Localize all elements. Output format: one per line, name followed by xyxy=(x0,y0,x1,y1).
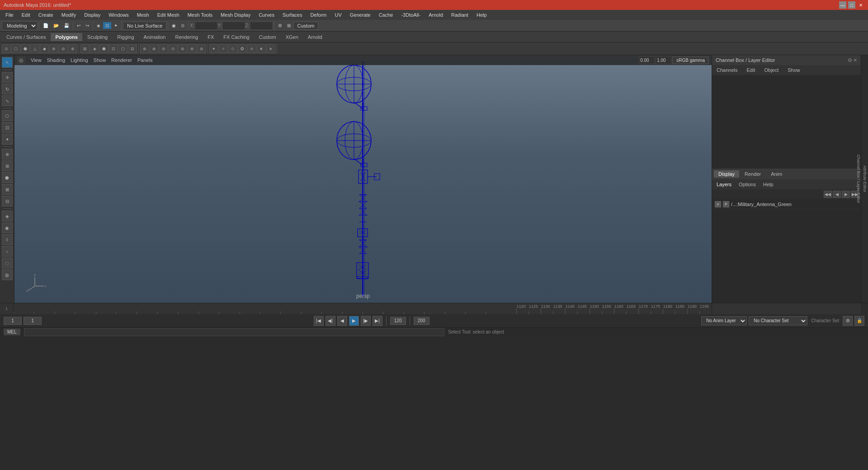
close-button[interactable]: ✕ xyxy=(857,1,864,9)
help-tab[interactable]: Help xyxy=(760,181,776,188)
no-live-surface-button[interactable]: No Live Surface xyxy=(123,22,166,30)
bevel[interactable]: ⬟ xyxy=(2,172,13,183)
max-frame-input[interactable] xyxy=(414,317,429,325)
command-input[interactable] xyxy=(24,328,445,336)
loop-cut[interactable]: ⊕ xyxy=(2,149,13,160)
paint-tool-icon[interactable]: ✦ xyxy=(112,22,120,29)
menu-arnold[interactable]: Arnold xyxy=(425,11,447,19)
menu-curves[interactable]: Curves xyxy=(255,11,278,19)
tab-animation[interactable]: Animation xyxy=(139,33,170,41)
menu-mesh-display[interactable]: Mesh Display xyxy=(217,11,254,19)
menu-modify[interactable]: Modify xyxy=(58,11,80,19)
channel-box-label[interactable]: Channel Box / Layer Editor xyxy=(855,151,862,207)
display-settings-icon[interactable]: ⚙ xyxy=(276,22,284,29)
ipr-render-icon[interactable]: ⊙ xyxy=(179,22,187,29)
snap-settings-icon[interactable]: ⊞ xyxy=(285,22,293,29)
sub-tool-27[interactable]: ✭ xyxy=(266,44,275,53)
play-forward-btn[interactable]: ▶ xyxy=(349,316,359,326)
sub-tool-4[interactable]: △ xyxy=(30,44,39,53)
sub-tool-13[interactable]: ⬠ xyxy=(118,44,127,53)
layer-prev-btn[interactable]: ◀ xyxy=(833,191,841,198)
open-scene-icon[interactable]: 📂 xyxy=(51,22,61,29)
menu-mesh-tools[interactable]: Mesh Tools xyxy=(184,11,216,19)
tab-arnold[interactable]: Arnold xyxy=(303,33,327,41)
gamma-input-1[interactable] xyxy=(656,56,671,64)
sculpt-6[interactable]: ◍ xyxy=(2,269,13,280)
timeline[interactable]: 1 11201125113011351140114511501155116011… xyxy=(0,303,868,314)
layer-item[interactable]: V P /...:Military_Antenna_Green xyxy=(712,199,861,209)
new-scene-icon[interactable]: 📄 xyxy=(41,22,51,29)
sub-tool-22[interactable]: ✧ xyxy=(219,44,228,53)
sub-tool-17[interactable]: ⊙ xyxy=(169,44,178,53)
extrude[interactable]: ⊞ xyxy=(2,160,13,171)
bridge[interactable]: ⊠ xyxy=(2,184,13,195)
layer-v-checkbox[interactable]: V xyxy=(715,201,721,207)
sub-tool-combine[interactable]: ⊕ xyxy=(140,44,149,53)
step-forward-btn[interactable]: |▶ xyxy=(361,316,371,326)
viewport-menu-panels[interactable]: Panels xyxy=(137,57,153,63)
sub-tool-3[interactable]: ⬢ xyxy=(21,44,30,53)
pb-lock-btn[interactable]: 🔒 xyxy=(854,316,864,326)
tab-fx-caching[interactable]: FX Caching xyxy=(219,33,254,41)
layer-prev-prev-btn[interactable]: ◀◀ xyxy=(824,191,832,198)
sub-tool-23[interactable]: ✩ xyxy=(228,44,237,53)
merge[interactable]: ⊟ xyxy=(2,196,13,207)
end-frame-input[interactable] xyxy=(390,317,406,325)
sculpt-5[interactable]: ◌ xyxy=(2,258,13,268)
window-controls[interactable]: — □ ✕ xyxy=(839,1,864,9)
menu-edit[interactable]: Edit xyxy=(18,11,34,19)
tab-custom[interactable]: Custom xyxy=(255,33,281,41)
channel-box-settings-icon[interactable]: ⚙ xyxy=(848,57,852,63)
tab-sculpting[interactable]: Sculpting xyxy=(83,33,112,41)
rb-tab-display[interactable]: Display xyxy=(714,170,739,178)
minimize-button[interactable]: — xyxy=(839,1,846,9)
menu-help[interactable]: Help xyxy=(473,11,491,19)
tab-fx[interactable]: FX xyxy=(203,33,218,41)
redo-icon[interactable]: ↪ xyxy=(83,22,91,29)
sub-tool-1[interactable]: ⊙ xyxy=(2,44,11,53)
viewport-menu-renderer[interactable]: Renderer xyxy=(111,57,132,63)
sub-tool-9[interactable]: ⊞ xyxy=(80,44,90,53)
sub-tool-26[interactable]: ✬ xyxy=(257,44,266,53)
tab-rigging[interactable]: Rigging xyxy=(113,33,138,41)
tab-rendering[interactable]: Rendering xyxy=(170,33,203,41)
menu-mesh[interactable]: Mesh xyxy=(133,11,153,19)
tab-curves-surfaces[interactable]: Curves / Surfaces xyxy=(2,33,50,41)
rotate-tool[interactable]: ↻ xyxy=(2,84,13,94)
menu-cache[interactable]: Cache xyxy=(375,11,397,19)
channel-box-close-icon[interactable]: ✕ xyxy=(853,57,857,63)
pb-settings-btn[interactable]: ⚙ xyxy=(843,316,853,326)
goto-start-btn[interactable]: |◀ xyxy=(314,316,324,326)
sub-tool-19[interactable]: ⊛ xyxy=(188,44,197,53)
lasso-tool[interactable]: ⊡ xyxy=(2,122,13,133)
menu-display[interactable]: Display xyxy=(80,11,104,19)
y-field[interactable] xyxy=(222,22,245,30)
rb-tab-render[interactable]: Render xyxy=(740,170,765,178)
viewport[interactable]: ◎ View Shading Lighting Show Renderer Pa… xyxy=(14,55,712,303)
current-frame-input-2[interactable] xyxy=(24,317,42,325)
anim-layer-dropdown[interactable]: No Anim Layer xyxy=(701,316,747,325)
sub-tool-6[interactable]: ⊛ xyxy=(49,44,58,53)
timeline-ruler[interactable]: 1120112511301135114011451150115511601165… xyxy=(14,303,712,314)
color-space-display[interactable]: sRGB gamma xyxy=(672,56,709,64)
options-tab[interactable]: Options xyxy=(736,181,759,188)
viewport-menu-shading[interactable]: Shading xyxy=(47,57,65,63)
x-field[interactable] xyxy=(195,22,217,30)
select-tool-icon[interactable]: ◈ xyxy=(94,22,103,29)
paint-select[interactable]: ✦ xyxy=(2,134,13,145)
move-tool[interactable]: ✛ xyxy=(2,72,13,83)
sub-tool-21[interactable]: ✦ xyxy=(209,44,218,53)
undo-icon[interactable]: ↩ xyxy=(75,22,83,29)
viewport-menu-lighting[interactable]: Lighting xyxy=(71,57,88,63)
menu-generate[interactable]: Generate xyxy=(346,11,374,19)
workspace-dropdown[interactable]: Modeling xyxy=(2,21,38,30)
layers-tab[interactable]: Layers xyxy=(714,181,734,188)
viewport-menu-view[interactable]: View xyxy=(31,57,42,63)
gamma-input-0[interactable] xyxy=(639,56,655,64)
menu-edit-mesh[interactable]: Edit Mesh xyxy=(154,11,183,19)
sub-tool-25[interactable]: ✫ xyxy=(247,44,256,53)
sub-tool-7[interactable]: ⊖ xyxy=(59,44,68,53)
menu-uv[interactable]: UV xyxy=(331,11,345,19)
poly-tool[interactable]: ⬡ xyxy=(2,110,13,121)
custom-label[interactable]: Custom xyxy=(293,22,319,30)
